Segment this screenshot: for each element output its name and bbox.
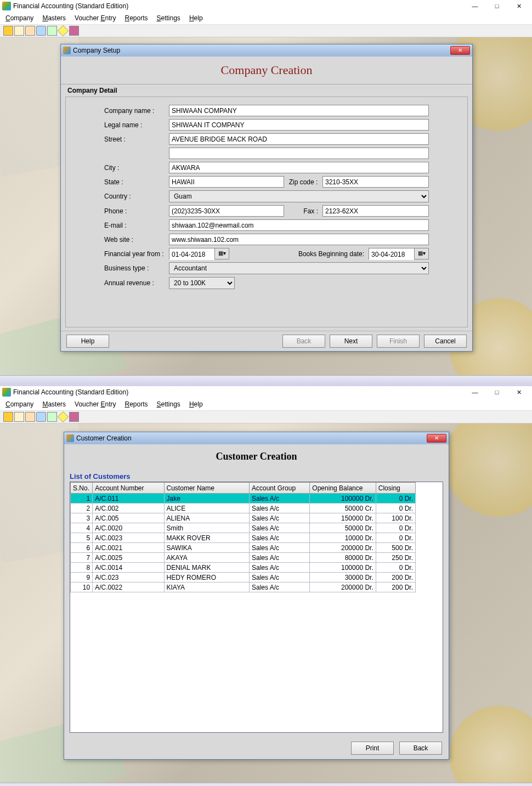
dialog-heading: Customer Creation [64,444,449,469]
close-button[interactable]: ✕ [508,386,530,398]
table-row[interactable]: 10A/C.0022KIAYASales A/c200000 Dr.200 Dr… [71,583,416,592]
dialog-close-button[interactable]: ✕ [450,46,470,55]
menu-voucher-entry[interactable]: Voucher Entry [75,400,116,408]
menu-settings[interactable]: Settings [157,14,180,22]
app-title: Financial Accounting (Standard Edition) [13,388,128,396]
street2-field[interactable] [169,148,429,159]
table-row[interactable]: 7A/C.0025AKAYASales A/c80000 Dr.250 Dr. [71,553,416,563]
table-row[interactable]: 4A/C.0020SmithSales A/c50000 Dr.0 Dr. [71,523,416,533]
help-button[interactable]: Help [66,335,109,348]
column-header[interactable]: Closing [376,483,415,494]
table-cell: A/C.0022 [93,583,164,592]
zip-field[interactable] [322,176,429,188]
app-title: Financial Accounting (Standard Edition) [13,2,128,10]
menu-masters[interactable]: Masters [42,400,66,408]
city-field[interactable] [169,162,429,173]
database-icon[interactable] [36,412,46,422]
menu-reports[interactable]: Reports [124,14,148,22]
menu-settings[interactable]: Settings [157,400,180,408]
chart-icon[interactable] [47,412,57,422]
dialog-close-button[interactable]: ✕ [427,434,446,443]
fax-field[interactable] [322,205,429,217]
books-begin-picker[interactable]: ▦▾ [369,248,429,259]
table-cell: 100 Dr. [376,513,415,523]
table-row[interactable]: 1A/C.011JakeSales A/c100000 Dr.0 Dr. [71,494,416,504]
toolbar [0,24,532,37]
table-row[interactable]: 3A/C.005ALIENASales A/c150000 Dr.100 Dr. [71,513,416,523]
customer-grid[interactable]: S.No.Account NumberCustomer NameAccount … [70,482,416,592]
phone-field[interactable] [169,205,284,217]
business-type-select[interactable]: Accountant [169,262,429,274]
fin-from-field[interactable] [169,248,214,260]
list-icon[interactable] [69,412,79,422]
print-button[interactable]: Print [351,742,394,755]
back-button[interactable]: Back [282,335,325,348]
table-cell: 500 Dr. [376,543,415,553]
fin-from-picker[interactable]: ▦▾ [169,248,229,259]
table-cell: 1 [71,494,93,504]
chart-icon[interactable] [47,26,57,36]
menu-help[interactable]: Help [189,400,203,408]
column-header[interactable]: Account Group [250,483,310,494]
table-row[interactable]: 5A/C.0023MAKK ROVERSales A/c10000 Dr.0 D… [71,533,416,543]
new-icon[interactable] [14,26,24,36]
table-cell: 0 Dr. [376,533,415,543]
state-field[interactable] [169,176,284,188]
cancel-button[interactable]: Cancel [424,335,467,348]
table-cell: Sales A/c [250,553,310,563]
close-button[interactable]: ✕ [508,0,530,12]
table-cell: Smith [164,523,249,533]
table-cell: A/C.0023 [93,533,164,543]
table-cell: Sales A/c [250,563,310,573]
column-header[interactable]: Account Number [93,483,164,494]
table-cell: A/C.005 [93,513,164,523]
table-cell: 250 Dr. [376,553,415,563]
table-cell: A/C.0020 [93,523,164,533]
menu-company[interactable]: Company [5,14,33,22]
table-row[interactable]: 8A/C.0014DENIAL MARKSales A/c100000 Dr.0… [71,563,416,573]
company-name-field[interactable] [169,105,429,116]
calendar-icon[interactable]: ▦▾ [214,248,229,259]
table-row[interactable]: 2A/C.002ALICESales A/c50000 Cr.0 Dr. [71,504,416,513]
website-field[interactable] [169,234,429,245]
new-icon[interactable] [14,412,24,422]
calendar-icon[interactable] [25,412,35,422]
menu-reports[interactable]: Reports [124,400,148,408]
table-cell: 2 [71,504,93,513]
next-button[interactable]: Next [330,335,372,348]
menu-voucher-entry[interactable]: Voucher Entry [75,14,116,22]
email-field[interactable] [169,219,429,231]
minimize-button[interactable]: — [464,0,486,12]
config-icon[interactable] [58,25,69,36]
table-row[interactable]: 6A/C.0021SAWIKASales A/c200000 Dr.500 Dr… [71,543,416,553]
menu-masters[interactable]: Masters [42,14,66,22]
calendar-icon[interactable]: ▦▾ [414,248,428,259]
calendar-icon[interactable] [25,26,35,36]
table-cell: Sales A/c [250,513,310,523]
maximize-button[interactable]: □ [486,386,508,398]
finish-button[interactable]: Finish [377,335,420,348]
annual-revenue-select[interactable]: 20 to 100K [169,277,235,289]
open-icon[interactable] [3,412,13,422]
list-icon[interactable] [69,26,79,36]
dialog-title: Customer Creation [76,434,132,442]
open-icon[interactable] [3,26,13,36]
config-icon[interactable] [58,411,69,422]
table-cell: 0 Dr. [376,523,415,533]
country-select[interactable]: Guam [169,190,429,202]
legal-name-label: Legal name : [104,121,169,129]
table-row[interactable]: 9A/C.023HEDY ROMEROSales A/c30000 Dr.200… [71,573,416,583]
legal-name-field[interactable] [169,119,429,131]
books-begin-field[interactable] [369,248,414,260]
column-header[interactable]: S.No. [71,483,93,494]
column-header[interactable]: Customer Name [164,483,249,494]
back-button[interactable]: Back [399,742,442,755]
minimize-button[interactable]: — [464,386,486,398]
column-header[interactable]: Opening Balance [310,483,376,494]
email-label: E-mail : [104,222,169,229]
street-field[interactable] [169,133,429,145]
menu-company[interactable]: Company [5,400,33,408]
database-icon[interactable] [36,26,46,36]
maximize-button[interactable]: □ [486,0,508,12]
menu-help[interactable]: Help [189,14,203,22]
